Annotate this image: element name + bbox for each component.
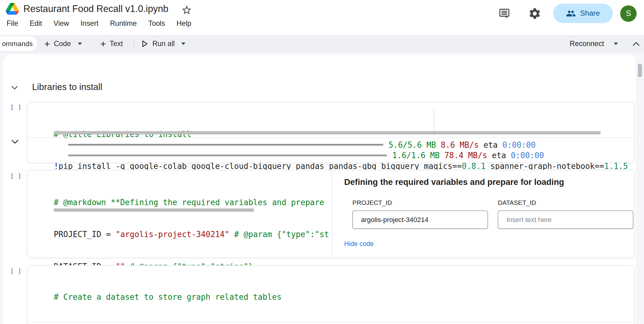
section-title[interactable]: Libraries to install bbox=[32, 82, 102, 92]
output-divider bbox=[28, 322, 634, 322]
cell-run-indicator[interactable]: [ ] bbox=[10, 267, 21, 275]
code-editor[interactable]: # Create a dataset to store graph relate… bbox=[28, 266, 634, 324]
form-heading: Defining the required variables and prep… bbox=[344, 177, 564, 187]
form-pane: Defining the required variables and prep… bbox=[332, 170, 634, 258]
run-all-button[interactable]: Run all bbox=[142, 35, 186, 53]
chevron-up-icon[interactable] bbox=[633, 42, 639, 46]
reconnect-label: Reconnect bbox=[570, 40, 604, 48]
code-cell-with-form: # @markdown **Defining the required vari… bbox=[27, 170, 634, 258]
add-code-button[interactable]: + Code bbox=[44, 35, 82, 53]
menu-item-tools[interactable]: Tools bbox=[148, 19, 165, 28]
menu-item-runtime[interactable]: Runtime bbox=[110, 19, 137, 28]
cell-run-indicator[interactable]: [ ] bbox=[10, 172, 21, 180]
avatar-letter: S bbox=[626, 9, 631, 18]
plus-icon: + bbox=[100, 39, 106, 49]
play-icon bbox=[142, 40, 148, 47]
notebook-title[interactable]: Restaurant Food Recall v1.0.ipynb bbox=[23, 3, 168, 14]
menu-item-file[interactable]: File bbox=[6, 19, 18, 28]
settings-gear-icon[interactable] bbox=[528, 7, 542, 20]
run-all-label: Run all bbox=[152, 40, 175, 48]
add-code-label: Code bbox=[54, 40, 71, 48]
chevron-down-icon[interactable] bbox=[614, 42, 618, 45]
drive-logo-icon bbox=[6, 3, 19, 15]
hide-code-link[interactable]: Hide code bbox=[344, 240, 374, 248]
code-cell: # @title Libraries to install !pip insta… bbox=[27, 102, 634, 163]
horizontal-scrollbar-thumb[interactable] bbox=[54, 131, 600, 135]
section-collapse-chevron-icon[interactable] bbox=[11, 86, 17, 90]
output-collapse-chevron-icon[interactable] bbox=[11, 140, 18, 144]
share-button-label: Share bbox=[580, 9, 600, 18]
menu-bar: File Edit View Insert Runtime Tools Help bbox=[6, 19, 191, 28]
horizontal-scrollbar-thumb[interactable] bbox=[54, 209, 254, 212]
progress-bar bbox=[68, 144, 383, 146]
notebook-canvas: Libraries to install [ ] # @title Librar… bbox=[3, 55, 636, 324]
menu-item-view[interactable]: View bbox=[54, 19, 69, 28]
output-line: 5.6/5.6 MB 8.6 MB/s eta 0:00:00 bbox=[68, 139, 536, 150]
commands-button-label: ommands bbox=[2, 40, 33, 48]
plus-icon: + bbox=[44, 39, 50, 49]
add-text-label: Text bbox=[110, 40, 123, 48]
code-line: # @markdown **Defining the required vari… bbox=[54, 197, 332, 208]
dataset-id-input[interactable] bbox=[498, 210, 633, 229]
progress-bar bbox=[68, 154, 387, 157]
toolbar: ommands + Code + Text Run all Reconnect bbox=[0, 35, 644, 53]
chevron-down-icon[interactable] bbox=[78, 42, 82, 45]
field-label-project-id: PROJECT_ID bbox=[353, 199, 392, 206]
colab-app: Restaurant Food Recall v1.0.ipynb File E… bbox=[0, 0, 644, 324]
menu-item-edit[interactable]: Edit bbox=[30, 19, 42, 28]
menu-item-help[interactable]: Help bbox=[176, 19, 191, 28]
notebook-page: Libraries to install [ ] # @title Librar… bbox=[0, 53, 644, 324]
code-cell: # Create a dataset to store graph relate… bbox=[27, 265, 634, 324]
project-id-input[interactable] bbox=[353, 210, 488, 229]
people-icon bbox=[566, 8, 576, 18]
output-text: 5.6/5.6 MB 8.6 MB/s eta 0:00:00 bbox=[388, 140, 535, 150]
cell-run-indicator[interactable]: [ ] bbox=[10, 103, 21, 111]
code-line: PROJECT_ID = "argolis-project-340214" # … bbox=[54, 229, 332, 240]
app-header: Restaurant Food Recall v1.0.ipynb File E… bbox=[0, 0, 644, 35]
comment-icon[interactable] bbox=[498, 7, 511, 20]
commands-button[interactable]: ommands bbox=[0, 37, 37, 51]
output-text: 1.6/1.6 MB 78.4 MB/s eta 0:00:00 bbox=[392, 151, 544, 160]
add-text-button[interactable]: + Text bbox=[100, 35, 123, 53]
reconnect-button[interactable]: Reconnect bbox=[570, 35, 618, 53]
vertical-scrollbar-thumb[interactable] bbox=[638, 64, 642, 77]
code-line: # Create a dataset to store graph relate… bbox=[54, 292, 634, 303]
share-button[interactable]: Share bbox=[553, 4, 613, 23]
toolbar-divider bbox=[133, 38, 134, 49]
menu-item-insert[interactable]: Insert bbox=[80, 19, 98, 28]
avatar[interactable]: S bbox=[620, 5, 637, 22]
star-icon[interactable] bbox=[181, 5, 192, 16]
field-label-dataset-id: DATASET_ID bbox=[498, 199, 536, 206]
output-divider bbox=[28, 137, 634, 138]
chevron-down-icon[interactable] bbox=[181, 42, 186, 45]
output-line: 1.6/1.6 MB 78.4 MB/s eta 0:00:00 bbox=[68, 150, 544, 161]
